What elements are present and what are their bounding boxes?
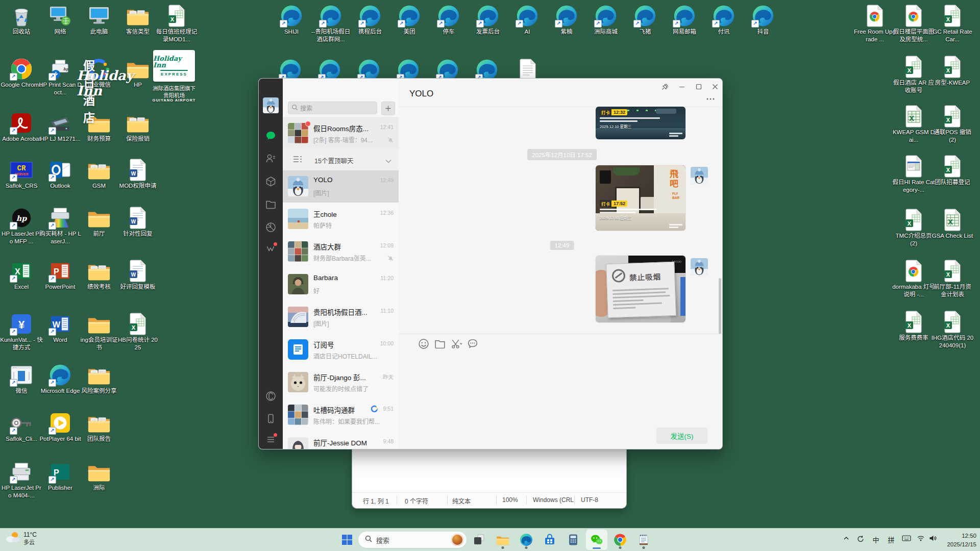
taskbar-search[interactable]: 搜索 <box>358 532 467 548</box>
sidebar-chat-icon[interactable] <box>265 130 276 141</box>
desktop-icon[interactable]: CR SERVER↗Saflok_CRS <box>2 158 41 190</box>
desktop-icon[interactable]: XKWEAP GSM Dai... <box>894 105 933 143</box>
taskbar-notepad-button[interactable] <box>633 530 654 550</box>
desktop-icon[interactable]: XIHG酒店代码 20240409(1) <box>933 310 972 349</box>
weather-widget[interactable]: 11°C 多云 <box>5 531 37 546</box>
chat-list-item[interactable]: 前厅-Django 彭...昨天可能发的时候点错了 <box>283 366 399 398</box>
sidebar-mini-programs-icon[interactable] <box>265 391 276 402</box>
file-icon[interactable] <box>434 338 445 349</box>
desktop-icon[interactable]: ↗--贵阳机场假日酒店群网... <box>311 4 350 43</box>
desktop-icon[interactable]: 网络 <box>41 4 80 36</box>
avatar[interactable] <box>691 258 708 276</box>
screenshot-icon[interactable] <box>451 338 461 349</box>
chat-list-item[interactable]: 吐槽码沟通群9:51陈伟明：如果要我们帮... <box>283 398 399 431</box>
desktop-icon[interactable]: ↗美团 <box>390 4 429 36</box>
desktop-icon[interactable]: hp↗HP LaserJet Pro MFP ... <box>2 206 41 245</box>
tray-keyboard-icon[interactable] <box>900 535 913 542</box>
desktop-icon[interactable]: ↗Microsoft Edge <box>41 363 80 395</box>
chat-list-item[interactable]: 酒店大群12:09财务部Barbara张英... <box>283 235 399 268</box>
chat-list-item[interactable]: YOLO12:49[图片] <box>283 170 399 203</box>
tray-volume-icon[interactable] <box>927 535 939 542</box>
desktop-icon[interactable]: WMOD权限申请 <box>118 158 157 190</box>
desktop-icon[interactable]: 保险报销 <box>118 111 157 143</box>
chat-list-item[interactable]: 假日Rooms房态...12:41[2条] 客房-瑞雪：94... <box>283 117 399 149</box>
desktop-icon[interactable]: ↗飞猪 <box>626 4 665 36</box>
desktop-icon[interactable]: ↗Saflok_Cli... <box>2 411 41 443</box>
chat-list-item[interactable]: 贵阳机场假日酒...11:10[图片] <box>283 300 399 333</box>
taskbar-chrome-button[interactable] <box>609 530 631 550</box>
add-chat-button[interactable] <box>381 102 395 115</box>
taskbar-clock[interactable]: 12:50 2025/12/15 <box>941 532 976 548</box>
desktop-icon[interactable]: 风险案例分享 <box>80 363 118 395</box>
notepad-text-area[interactable] <box>352 448 626 493</box>
tray-ime-pinyin[interactable]: 拼 <box>885 535 897 544</box>
desktop-icon[interactable]: ↗携程后台 <box>351 4 389 36</box>
desktop-icon[interactable]: ↗PotPlayer 64 bit <box>41 411 80 443</box>
desktop-icon[interactable]: 假日楼层平面图及房型统... <box>894 4 933 43</box>
desktop-icon[interactable]: 此电脑 <box>80 4 118 36</box>
desktop-icon[interactable]: 洲际 <box>80 460 118 492</box>
desktop-icon[interactable]: X每日值班经理记录MOD1... <box>157 4 196 43</box>
chat-image-message[interactable]: 打卡12:32 2025.12.10 星期三 <box>596 107 685 139</box>
desktop-icon[interactable]: 客信类型 <box>118 4 157 36</box>
taskbar-taskview-button[interactable] <box>469 530 490 550</box>
start-button[interactable] <box>336 530 358 550</box>
desktop-icon[interactable]: 回收站 <box>2 4 41 36</box>
close-button[interactable] <box>711 83 719 91</box>
desktop-icon[interactable]: ↗抖音 <box>744 4 782 36</box>
taskbar-wechat-button[interactable] <box>586 530 607 550</box>
desktop-icon[interactable]: ↗停车 <box>429 4 468 36</box>
chat-list-item[interactable]: 订阅号10:00酒店日记HOTELDAILY: ... <box>283 333 399 366</box>
desktop-icon[interactable]: HP <box>118 57 157 89</box>
sidebar-files-icon[interactable] <box>265 199 276 210</box>
desktop-icon[interactable]: Free Room Upgrade ... <box>855 4 894 43</box>
taskbar-store-button[interactable] <box>539 530 560 550</box>
sidebar-contacts-icon[interactable] <box>265 153 276 164</box>
desktop-icon[interactable]: ↗Adobe Acrobat <box>2 111 41 143</box>
desktop-icon[interactable]: 绩效考核 <box>80 259 118 291</box>
pin-button[interactable] <box>661 83 669 91</box>
desktop-icon[interactable]: W针对性回复 <box>118 206 157 238</box>
desktop-icon[interactable]: ↗Google Chrome <box>2 57 41 89</box>
desktop-icon[interactable]: W↗Word <box>41 312 80 344</box>
desktop-icon[interactable]: ↗SHIJI <box>272 4 311 36</box>
tray-network-icon[interactable] <box>915 535 927 542</box>
chat-list-item[interactable]: 王chole12:36帕萨特 <box>283 203 399 235</box>
desktop-icon[interactable]: 前厅 <box>80 206 118 238</box>
desktop-icon[interactable]: 团队报告 <box>80 411 118 443</box>
message-input-area[interactable]: 发送(S) <box>399 334 722 449</box>
sidebar-menu-icon[interactable] <box>265 434 276 445</box>
desktop-icon[interactable]: XHB问卷统计 2025 <box>118 312 157 351</box>
desktop-icon[interactable]: ↗HP LJ M1271... <box>41 111 80 143</box>
desktop-icon[interactable]: X服务费费率 <box>894 310 933 342</box>
tray-sync-icon[interactable] <box>854 535 867 543</box>
avatar[interactable] <box>691 167 708 184</box>
desktop-icon[interactable]: ↗Outlook <box>41 158 80 190</box>
chat-image-message[interactable]: 飛吧 FLYBAR 打卡17:52 2025.12.10 星期三 <box>596 165 685 231</box>
taskbar-explorer-button[interactable] <box>492 530 513 550</box>
desktop-icon[interactable]: ↗网易邮箱 <box>665 4 704 36</box>
desktop-icon[interactable]: XGC Retail Rate Car... <box>933 4 972 43</box>
sidebar-moments-icon[interactable] <box>265 222 276 233</box>
taskbar-edge-button[interactable] <box>516 530 537 550</box>
desktop-icon[interactable]: ↗企业微信 <box>80 57 118 89</box>
desktop-icon[interactable]: hp ↗HP Print Scan Doct... <box>41 57 80 96</box>
desktop-icon[interactable]: X通联POS 撤销(2) <box>933 105 972 143</box>
sidebar-collect-icon[interactable] <box>265 176 276 187</box>
desktop-icon[interactable]: ↗发票后台 <box>469 4 507 36</box>
desktop-icon[interactable]: GSM <box>80 158 118 190</box>
desktop-icon[interactable]: ¥↗KunlunVat... - 快捷方式 <box>2 312 41 351</box>
tray-chevron-up-icon[interactable] <box>840 535 852 542</box>
chat-image-message[interactable]: Lecoo 禁止吸烟 <box>596 256 685 322</box>
desktop-icon[interactable]: XGSA Check List <box>933 208 972 240</box>
send-button[interactable]: 发送(S) <box>656 428 707 444</box>
chat-list-item[interactable]: Barbara11:20好 <box>283 268 399 300</box>
minimize-button[interactable] <box>678 83 686 91</box>
avatar[interactable] <box>263 97 279 113</box>
desktop-icon[interactable]: X↗Excel <box>2 259 41 291</box>
taskbar-calc-button[interactable] <box>562 530 584 550</box>
desktop-icon[interactable]: X团队招募登记 <box>933 155 972 186</box>
desktop-icon[interactable]: P↗PowerPoint <box>41 259 80 291</box>
desktop-icon[interactable]: X前厅部-11月资金计划表 <box>933 259 972 298</box>
desktop-icon[interactable]: ↗购买耗材 - HP LaserJ... <box>41 206 80 245</box>
